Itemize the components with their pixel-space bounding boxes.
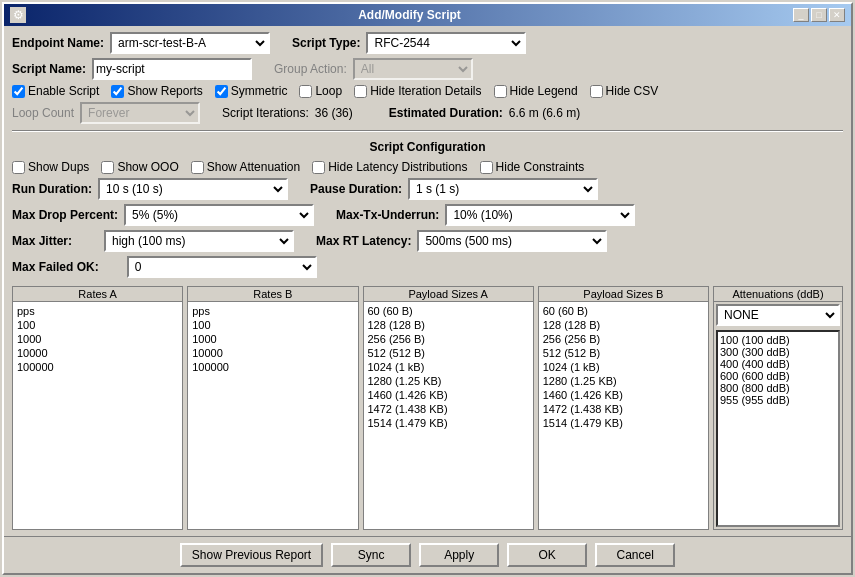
- max-failed-ok-select[interactable]: 0: [127, 256, 317, 278]
- loop-count-select[interactable]: Forever: [80, 102, 200, 124]
- symmetric-label: Symmetric: [231, 84, 288, 98]
- payload-sizes-b-list[interactable]: 60 (60 B)128 (128 B)256 (256 B)512 (512 …: [539, 302, 708, 529]
- loop-label: Loop: [315, 84, 342, 98]
- loop-checkbox[interactable]: [299, 85, 312, 98]
- list-item[interactable]: 1000: [15, 332, 180, 346]
- list-item[interactable]: 1514 (1.479 KB): [541, 416, 706, 430]
- hide-latency-distributions-checkbox-label[interactable]: Hide Latency Distributions: [312, 160, 467, 174]
- estimated-duration-value: 6.6 m (6.6 m): [509, 106, 580, 120]
- show-ooo-checkbox-label[interactable]: Show OOO: [101, 160, 178, 174]
- group-action-select[interactable]: All: [353, 58, 473, 80]
- show-dups-checkbox[interactable]: [12, 161, 25, 174]
- list-item[interactable]: pps: [190, 304, 355, 318]
- symmetric-checkbox[interactable]: [215, 85, 228, 98]
- show-dups-checkbox-label[interactable]: Show Dups: [12, 160, 89, 174]
- list-item[interactable]: 512 (512 B): [541, 346, 706, 360]
- list-item[interactable]: 600 (600 ddB): [720, 370, 836, 382]
- show-attenuation-checkbox[interactable]: [191, 161, 204, 174]
- hide-csv-checkbox-label[interactable]: Hide CSV: [590, 84, 659, 98]
- list-item[interactable]: 100000: [190, 360, 355, 374]
- list-item[interactable]: 400 (400 ddB): [720, 358, 836, 370]
- list-item[interactable]: 256 (256 B): [366, 332, 531, 346]
- list-item[interactable]: 955 (955 ddB): [720, 394, 836, 406]
- hide-iteration-details-checkbox-label[interactable]: Hide Iteration Details: [354, 84, 481, 98]
- attenuations-list[interactable]: 100 (100 ddB)300 (300 ddB)400 (400 ddB)6…: [716, 330, 840, 527]
- pause-duration-label: Pause Duration:: [310, 182, 402, 196]
- max-drop-percent-label: Max Drop Percent:: [12, 208, 118, 222]
- list-item[interactable]: 1280 (1.25 KB): [366, 374, 531, 388]
- list-item[interactable]: 128 (128 B): [541, 318, 706, 332]
- rates-a-list[interactable]: pps100100010000100000: [13, 302, 182, 529]
- symmetric-checkbox-label[interactable]: Symmetric: [215, 84, 288, 98]
- max-tx-underrun-label: Max-Tx-Underrun:: [336, 208, 439, 222]
- show-previous-report-button[interactable]: Show Previous Report: [180, 543, 323, 567]
- max-drop-percent-select[interactable]: 5% (5%): [124, 204, 314, 226]
- list-item[interactable]: 60 (60 B): [541, 304, 706, 318]
- list-item[interactable]: 1024 (1 kB): [366, 360, 531, 374]
- list-item[interactable]: 512 (512 B): [366, 346, 531, 360]
- list-item[interactable]: 1472 (1.438 KB): [366, 402, 531, 416]
- apply-button[interactable]: Apply: [419, 543, 499, 567]
- hide-legend-checkbox[interactable]: [494, 85, 507, 98]
- section-title: Script Configuration: [12, 140, 843, 154]
- list-item[interactable]: 100000: [15, 360, 180, 374]
- loop-checkbox-label[interactable]: Loop: [299, 84, 342, 98]
- hide-iteration-details-checkbox[interactable]: [354, 85, 367, 98]
- list-item[interactable]: 1000: [190, 332, 355, 346]
- rates-b-list[interactable]: pps100100010000100000: [188, 302, 357, 529]
- enable-script-checkbox-label[interactable]: Enable Script: [12, 84, 99, 98]
- list-item[interactable]: 256 (256 B): [541, 332, 706, 346]
- list-item[interactable]: 10000: [190, 346, 355, 360]
- close-button[interactable]: ✕: [829, 8, 845, 22]
- list-item[interactable]: 1514 (1.479 KB): [366, 416, 531, 430]
- script-iterations-label: Script Iterations:: [222, 106, 309, 120]
- run-duration-select[interactable]: 10 s (10 s): [98, 178, 288, 200]
- hide-latency-distributions-checkbox[interactable]: [312, 161, 325, 174]
- payload-sizes-a-list[interactable]: 60 (60 B)128 (128 B)256 (256 B)512 (512 …: [364, 302, 533, 529]
- run-duration-label: Run Duration:: [12, 182, 92, 196]
- ok-button[interactable]: OK: [507, 543, 587, 567]
- max-tx-underrun-select[interactable]: 10% (10%): [445, 204, 635, 226]
- hide-csv-label: Hide CSV: [606, 84, 659, 98]
- max-jitter-select[interactable]: high (100 ms): [104, 230, 294, 252]
- minimize-button[interactable]: _: [793, 8, 809, 22]
- titlebar: ⚙ Add/Modify Script _ □ ✕: [4, 4, 851, 26]
- list-item[interactable]: 100 (100 ddB): [720, 334, 836, 346]
- list-item[interactable]: 128 (128 B): [366, 318, 531, 332]
- script-type-label: Script Type:: [292, 36, 360, 50]
- list-item[interactable]: 1024 (1 kB): [541, 360, 706, 374]
- show-reports-checkbox[interactable]: [111, 85, 124, 98]
- hide-constraints-checkbox-label[interactable]: Hide Constraints: [480, 160, 585, 174]
- list-item[interactable]: 1472 (1.438 KB): [541, 402, 706, 416]
- list-item[interactable]: 1460 (1.426 KB): [541, 388, 706, 402]
- script-name-input[interactable]: [92, 58, 252, 80]
- list-item[interactable]: 60 (60 B): [366, 304, 531, 318]
- list-item[interactable]: 300 (300 ddB): [720, 346, 836, 358]
- hide-constraints-checkbox[interactable]: [480, 161, 493, 174]
- attenuation-value-select[interactable]: NONE: [716, 304, 840, 326]
- maximize-button[interactable]: □: [811, 8, 827, 22]
- group-action-label: Group Action:: [274, 62, 347, 76]
- show-attenuation-checkbox-label[interactable]: Show Attenuation: [191, 160, 300, 174]
- max-rt-latency-select[interactable]: 500ms (500 ms): [417, 230, 607, 252]
- show-attenuation-label: Show Attenuation: [207, 160, 300, 174]
- script-type-select[interactable]: RFC-2544: [366, 32, 526, 54]
- pause-duration-select[interactable]: 1 s (1 s): [408, 178, 598, 200]
- list-item[interactable]: pps: [15, 304, 180, 318]
- hide-csv-checkbox[interactable]: [590, 85, 603, 98]
- hide-legend-checkbox-label[interactable]: Hide Legend: [494, 84, 578, 98]
- list-item[interactable]: 100: [15, 318, 180, 332]
- list-item[interactable]: 1460 (1.426 KB): [366, 388, 531, 402]
- main-window: ⚙ Add/Modify Script _ □ ✕ Endpoint Name:…: [2, 2, 853, 575]
- enable-script-checkbox[interactable]: [12, 85, 25, 98]
- list-item[interactable]: 1280 (1.25 KB): [541, 374, 706, 388]
- list-item[interactable]: 10000: [15, 346, 180, 360]
- cancel-button[interactable]: Cancel: [595, 543, 675, 567]
- list-item[interactable]: 800 (800 ddB): [720, 382, 836, 394]
- list-item[interactable]: 100: [190, 318, 355, 332]
- sync-button[interactable]: Sync: [331, 543, 411, 567]
- endpoint-name-select[interactable]: arm-scr-test-B-A: [110, 32, 270, 54]
- show-reports-checkbox-label[interactable]: Show Reports: [111, 84, 202, 98]
- show-ooo-checkbox[interactable]: [101, 161, 114, 174]
- hide-iteration-details-label: Hide Iteration Details: [370, 84, 481, 98]
